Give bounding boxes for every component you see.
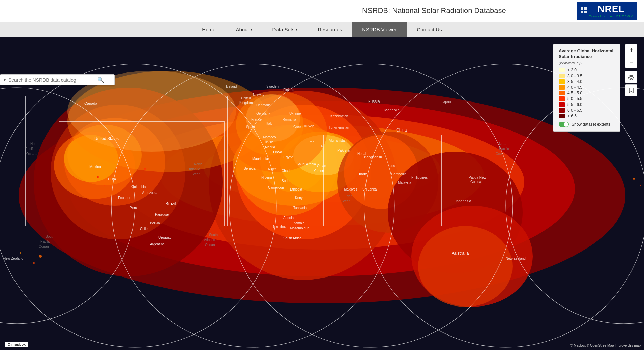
svg-text:Argentina: Argentina — [150, 242, 165, 246]
svg-text:Ocean: Ocean — [205, 243, 215, 247]
svg-text:Mongolia: Mongolia — [384, 108, 400, 112]
svg-point-49 — [640, 185, 641, 186]
svg-point-44 — [144, 168, 146, 170]
svg-text:...rian: ...rian — [344, 194, 352, 198]
svg-text:Namibia: Namibia — [273, 225, 286, 228]
zoom-in-button[interactable]: + — [625, 44, 637, 56]
legend-color-5 — [559, 91, 565, 95]
svg-text:Philippines: Philippines — [411, 176, 428, 179]
svg-text:Paraguay: Paraguay — [155, 213, 170, 216]
toggle-label: Show dataset extents — [572, 122, 610, 127]
nrel-logo[interactable]: NREL Transforming ENERGY — [577, 2, 637, 20]
svg-rect-3 — [584, 11, 587, 13]
svg-text:Chile: Chile — [140, 227, 148, 231]
legend-panel: Average Global HorizontalSolar Irradianc… — [553, 44, 620, 132]
svg-text:Ukraine: Ukraine — [289, 112, 301, 115]
nav-resources[interactable]: Resources — [308, 22, 352, 37]
svg-text:Morocco: Morocco — [263, 135, 276, 139]
search-input[interactable] — [8, 77, 96, 83]
svg-text:Indonesia: Indonesia — [455, 199, 472, 203]
chevron-down-icon: ▾ — [251, 28, 252, 31]
svg-text:Laos: Laos — [388, 164, 395, 168]
legend-color-1 — [559, 68, 565, 72]
svg-text:Iceland: Iceland — [226, 85, 237, 88]
svg-text:South: South — [46, 235, 54, 238]
svg-text:Niger: Niger — [268, 167, 276, 171]
svg-text:Egypt: Egypt — [283, 155, 293, 159]
svg-text:Mexico: Mexico — [89, 165, 101, 169]
legend-label-6: 5.0 - 5.5 — [567, 96, 582, 101]
svg-text:Atlantic: Atlantic — [189, 167, 200, 171]
svg-text:Guinea: Guinea — [470, 180, 481, 184]
svg-text:North: North — [30, 142, 38, 146]
svg-text:Tunisia: Tunisia — [263, 140, 274, 144]
legend-label-4: 4.0 - 4.5 — [567, 85, 582, 90]
nav-home[interactable]: Home — [192, 22, 226, 37]
svg-point-45 — [39, 255, 42, 258]
svg-point-46 — [33, 262, 35, 264]
svg-text:Germany: Germany — [256, 112, 270, 115]
svg-text:Pacific: Pacific — [40, 240, 50, 243]
nav-viewer[interactable]: NSRDB Viewer — [352, 22, 407, 37]
svg-text:Norway: Norway — [253, 93, 264, 97]
legend-item-3: 3.5 - 4.0 — [559, 79, 615, 84]
svg-text:Cambodia: Cambodia — [391, 172, 407, 176]
svg-text:New Zealand: New Zealand — [506, 257, 526, 260]
svg-text:Ocea...: Ocea... — [26, 152, 37, 156]
nav-contact[interactable]: Contact Us — [407, 22, 452, 37]
svg-text:France: France — [251, 118, 262, 121]
legend-item-6: 5.0 - 5.5 — [559, 96, 615, 101]
svg-text:China: China — [396, 128, 407, 133]
svg-point-21 — [418, 226, 513, 307]
improve-map-link[interactable]: Improve this map — [615, 344, 641, 347]
header: NSRDB: National Solar Radiation Database… — [0, 0, 644, 22]
svg-point-43 — [104, 185, 105, 186]
nrel-tagline: Transforming ENERGY — [589, 14, 633, 18]
svg-text:Peru: Peru — [130, 206, 137, 210]
zoom-out-button[interactable]: − — [625, 56, 637, 68]
legend-label-8: 6.0 - 6.5 — [567, 108, 582, 113]
svg-point-48 — [633, 178, 635, 180]
svg-text:Bangladesh: Bangladesh — [364, 155, 382, 159]
bookmark-button[interactable] — [625, 84, 637, 96]
svg-text:Pacific: Pacific — [499, 147, 509, 151]
mapbox-text: ⊙ mapbox — [7, 342, 26, 346]
navigation: Home About ▾ Data Sets ▾ Resources NSRDB… — [0, 22, 644, 37]
legend-color-3 — [559, 79, 565, 84]
svg-text:Ocean: Ocean — [341, 199, 350, 203]
legend-color-7 — [559, 102, 565, 107]
svg-text:Saudi Arabia: Saudi Arabia — [297, 162, 316, 166]
svg-text:Pacific: Pacific — [25, 147, 35, 151]
nav-datasets[interactable]: Data Sets ▾ — [262, 22, 308, 37]
map-controls: + − — [625, 44, 637, 98]
svg-text:Turkmenistan: Turkmenistan — [329, 126, 349, 129]
svg-text:Uruguay: Uruguay — [158, 236, 171, 239]
attribution-text: © Mapbox © OpenStreetMap — [570, 344, 615, 347]
svg-text:Ocean: Ocean — [191, 172, 200, 176]
svg-text:Romania: Romania — [283, 118, 296, 121]
dropdown-arrow-icon[interactable]: ▾ — [4, 78, 6, 82]
dataset-extents-toggle[interactable] — [559, 122, 569, 127]
svg-text:Ecuador: Ecuador — [118, 196, 131, 200]
svg-text:Angola: Angola — [283, 216, 294, 220]
svg-text:Cameroon: Cameroon — [268, 186, 284, 189]
map-container[interactable]: Canada United States Mexico Cuba Venezue… — [0, 37, 644, 350]
search-icon[interactable]: 🔍 — [97, 77, 104, 83]
mapbox-logo: ⊙ mapbox — [5, 342, 28, 347]
legend-unit: (kWh/m²/Day) — [559, 61, 615, 65]
toggle-knob — [564, 122, 568, 127]
layers-icon — [628, 74, 634, 80]
legend-color-6 — [559, 96, 565, 101]
nav-about[interactable]: About ▾ — [226, 22, 262, 37]
svg-text:Senegal: Senegal — [244, 167, 256, 170]
svg-text:Iran: Iran — [319, 144, 324, 147]
svg-text:Colombia: Colombia — [131, 185, 146, 189]
svg-text:Maldives: Maldives — [344, 187, 357, 191]
svg-text:Canada: Canada — [84, 101, 97, 105]
layers-button[interactable] — [625, 71, 637, 83]
svg-text:Turkey: Turkey — [303, 124, 314, 128]
svg-text:Chad: Chad — [282, 169, 290, 173]
svg-rect-1 — [584, 7, 587, 10]
nrel-grid-icon — [581, 7, 587, 14]
mapbox-attribution: ⊙ mapbox — [5, 342, 30, 347]
